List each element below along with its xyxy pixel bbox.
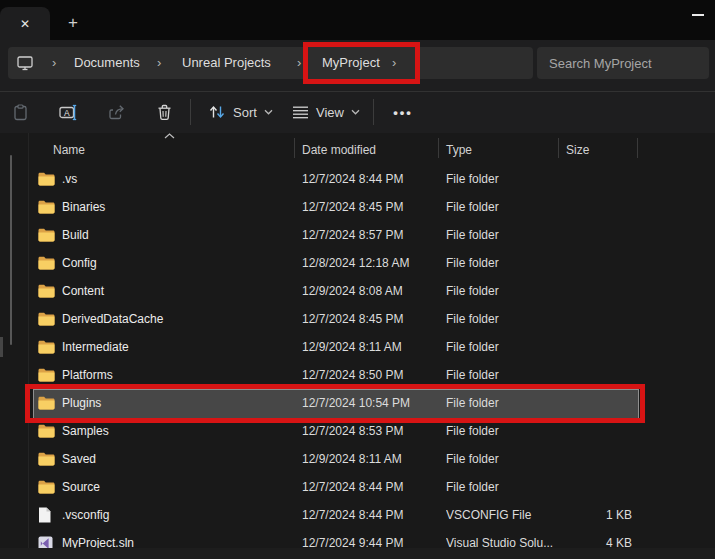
folder-icon [38, 423, 56, 439]
toolbar-separator [373, 99, 374, 125]
file-date-modified: 12/9/2024 8:11 AM [302, 333, 436, 361]
file-row-platforms[interactable]: Platforms12/7/2024 8:50 PMFile folder [0, 361, 715, 389]
tab-close-icon[interactable]: ✕ [20, 18, 30, 30]
file-row-vsconfig[interactable]: .vsconfig12/7/2024 8:44 PMVSCONFIG File1… [0, 501, 715, 529]
file-row-samples[interactable]: Samples12/7/2024 8:53 PMFile folder [0, 417, 715, 445]
file-row-config[interactable]: Config12/8/2024 12:18 AMFile folder [0, 249, 715, 277]
share-button[interactable] [98, 96, 134, 128]
file-date-modified: 12/7/2024 8:57 PM [302, 221, 436, 249]
sort-ascending-icon [164, 133, 175, 139]
file-date-modified: 12/7/2024 8:44 PM [302, 501, 436, 529]
chevron-down-icon [351, 109, 360, 115]
file-type: File folder [446, 473, 556, 501]
paste-button[interactable] [2, 96, 38, 128]
minimize-icon [692, 14, 704, 16]
column-header-type[interactable]: Type [446, 141, 472, 159]
column-divider[interactable] [438, 138, 439, 158]
file-size [558, 333, 632, 361]
file-type: File folder [446, 165, 556, 193]
rename-icon: A [59, 104, 78, 121]
sort-button[interactable]: Sort [200, 96, 281, 128]
toolbar-separator [190, 99, 191, 125]
file-row-plugins[interactable]: Plugins12/7/2024 10:54 PMFile folder [0, 389, 715, 417]
file-name: Plugins [62, 389, 290, 417]
folder-icon [38, 367, 56, 383]
file-type: File folder [446, 305, 556, 333]
share-icon [108, 104, 125, 121]
file-name: Binaries [62, 193, 290, 221]
file-row-content[interactable]: Content12/9/2024 8:08 AMFile folder [0, 277, 715, 305]
file-type: File folder [446, 221, 556, 249]
breadcrumb-chevron-icon[interactable]: › [52, 47, 56, 79]
file-name: Intermediate [62, 333, 290, 361]
address-bar[interactable]: › Documents › Unreal Projects › MyProjec… [8, 47, 533, 79]
sort-label: Sort [233, 105, 257, 120]
file-list-pane: Name Date modified Type Size .vs12/7/202… [0, 133, 715, 548]
file-type: File folder [446, 417, 556, 445]
rename-button[interactable]: A [50, 96, 86, 128]
file-size [558, 445, 632, 473]
file-type: File folder [446, 361, 556, 389]
column-header-size[interactable]: Size [566, 141, 589, 159]
file-size [558, 249, 632, 277]
file-row-vs[interactable]: .vs12/7/2024 8:44 PMFile folder [0, 165, 715, 193]
file-size: 4 KB [558, 529, 632, 548]
window-chrome: › Documents › Unreal Projects › MyProjec… [0, 40, 715, 133]
file-row-build[interactable]: Build12/7/2024 8:57 PMFile folder [0, 221, 715, 249]
file-date-modified: 12/7/2024 8:44 PM [302, 473, 436, 501]
file-type: VSCONFIG File [446, 501, 556, 529]
file-name: Source [62, 473, 290, 501]
breadcrumb-chevron-icon[interactable]: › [392, 47, 396, 79]
file-name: Saved [62, 445, 290, 473]
breadcrumb-item-myproject[interactable]: MyProject [322, 47, 380, 79]
file-row-deriveddatacache[interactable]: DerivedDataCache12/7/2024 8:45 PMFile fo… [0, 305, 715, 333]
new-tab-button[interactable]: + [60, 10, 86, 36]
file-date-modified: 12/9/2024 8:11 AM [302, 445, 436, 473]
more-options-button[interactable]: ••• [381, 96, 425, 128]
file-name: Content [62, 277, 290, 305]
folder-icon [38, 451, 56, 467]
file-date-modified: 12/7/2024 8:45 PM [302, 193, 436, 221]
file-size [558, 221, 632, 249]
svg-text:A: A [64, 107, 70, 117]
column-divider[interactable] [558, 138, 559, 158]
file-name: Build [62, 221, 290, 249]
breadcrumb-chevron-icon[interactable]: › [157, 47, 161, 79]
folder-icon [38, 479, 56, 495]
this-pc-icon[interactable] [16, 47, 34, 79]
file-size [558, 417, 632, 445]
file-row-myproject-sln[interactable]: MyProject.sln12/7/2024 9:44 PMVisual Stu… [0, 529, 715, 548]
view-list-icon [292, 105, 309, 120]
file-name: Platforms [62, 361, 290, 389]
search-input[interactable] [537, 47, 709, 79]
column-divider[interactable] [294, 138, 295, 158]
title-bar: ✕ + [0, 0, 715, 40]
breadcrumb-item-unreal-projects[interactable]: Unreal Projects [182, 47, 271, 79]
column-header-name[interactable]: Name [53, 141, 85, 159]
file-size [558, 193, 632, 221]
file-type: File folder [446, 389, 556, 417]
view-button[interactable]: View [284, 96, 368, 128]
column-divider[interactable] [637, 138, 638, 158]
file-name: Config [62, 249, 290, 277]
explorer-tab[interactable]: ✕ [0, 7, 50, 40]
column-header-date-modified[interactable]: Date modified [302, 141, 376, 159]
file-row-source[interactable]: Source12/7/2024 8:44 PMFile folder [0, 473, 715, 501]
file-row-binaries[interactable]: Binaries12/7/2024 8:45 PMFile folder [0, 193, 715, 221]
file-size [558, 165, 632, 193]
file-row-saved[interactable]: Saved12/9/2024 8:11 AMFile folder [0, 445, 715, 473]
file-size [558, 389, 632, 417]
breadcrumb-chevron-icon[interactable]: › [297, 47, 301, 79]
trash-icon [156, 104, 173, 121]
file-date-modified: 12/7/2024 10:54 PM [302, 389, 436, 417]
delete-button[interactable] [146, 96, 182, 128]
folder-icon [38, 255, 56, 271]
minimize-button[interactable] [681, 0, 715, 30]
breadcrumb-item-documents[interactable]: Documents [74, 47, 140, 79]
file-date-modified: 12/7/2024 8:50 PM [302, 361, 436, 389]
file-row-intermediate[interactable]: Intermediate12/9/2024 8:11 AMFile folder [0, 333, 715, 361]
file-type: Visual Studio Solu... [446, 529, 556, 548]
file-type: File folder [446, 249, 556, 277]
file-type: File folder [446, 277, 556, 305]
folder-icon [38, 339, 56, 355]
